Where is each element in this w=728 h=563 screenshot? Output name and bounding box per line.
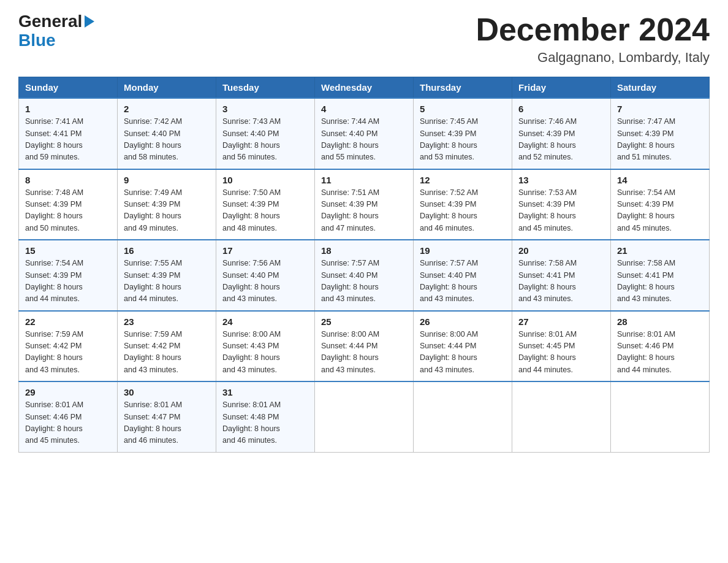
day-number: 27 (518, 316, 604, 327)
day-number: 12 (420, 175, 506, 185)
day-info: Sunrise: 7:57 AMSunset: 4:40 PMDaylight:… (420, 259, 478, 303)
day-info: Sunrise: 7:53 AMSunset: 4:39 PMDaylight:… (518, 188, 577, 232)
calendar-cell: 12 Sunrise: 7:52 AMSunset: 4:39 PMDaylig… (414, 169, 512, 240)
calendar-cell: 3 Sunrise: 7:43 AMSunset: 4:40 PMDayligh… (216, 98, 315, 169)
calendar-cell: 18 Sunrise: 7:57 AMSunset: 4:40 PMDaylig… (315, 240, 414, 311)
calendar-cell: 20 Sunrise: 7:58 AMSunset: 4:41 PMDaylig… (512, 240, 611, 311)
column-header-friday: Friday (512, 77, 611, 99)
day-number: 16 (124, 245, 210, 256)
day-info: Sunrise: 8:01 AMSunset: 4:46 PMDaylight:… (25, 400, 83, 445)
day-number: 17 (222, 245, 308, 256)
column-header-saturday: Saturday (611, 77, 710, 99)
day-number: 2 (124, 104, 210, 114)
logo: General Blue (18, 12, 94, 50)
calendar-week-2: 8 Sunrise: 7:48 AMSunset: 4:39 PMDayligh… (19, 169, 710, 240)
calendar-cell (315, 381, 414, 452)
calendar-cell: 27 Sunrise: 8:01 AMSunset: 4:45 PMDaylig… (512, 311, 611, 382)
day-number: 14 (617, 175, 703, 185)
day-info: Sunrise: 7:58 AMSunset: 4:41 PMDaylight:… (518, 259, 577, 303)
calendar-cell: 16 Sunrise: 7:55 AMSunset: 4:39 PMDaylig… (118, 240, 216, 311)
calendar-cell: 11 Sunrise: 7:51 AMSunset: 4:39 PMDaylig… (315, 169, 414, 240)
calendar-body: 1 Sunrise: 7:41 AMSunset: 4:41 PMDayligh… (19, 98, 710, 452)
calendar-week-3: 15 Sunrise: 7:54 AMSunset: 4:39 PMDaylig… (19, 240, 710, 311)
calendar-header-row: SundayMondayTuesdayWednesdayThursdayFrid… (19, 77, 710, 99)
day-info: Sunrise: 7:42 AMSunset: 4:40 PMDaylight:… (124, 117, 182, 161)
calendar-cell: 23 Sunrise: 7:59 AMSunset: 4:42 PMDaylig… (118, 311, 216, 382)
day-info: Sunrise: 8:00 AMSunset: 4:44 PMDaylight:… (321, 330, 379, 374)
column-header-tuesday: Tuesday (216, 77, 315, 99)
calendar-cell: 21 Sunrise: 7:58 AMSunset: 4:41 PMDaylig… (611, 240, 710, 311)
day-info: Sunrise: 8:01 AMSunset: 4:47 PMDaylight:… (124, 400, 182, 445)
day-info: Sunrise: 7:49 AMSunset: 4:39 PMDaylight:… (124, 188, 182, 232)
calendar-cell: 29 Sunrise: 8:01 AMSunset: 4:46 PMDaylig… (19, 381, 118, 452)
logo-arrow-icon (85, 15, 94, 28)
day-info: Sunrise: 7:58 AMSunset: 4:41 PMDaylight:… (617, 259, 675, 303)
calendar-cell: 2 Sunrise: 7:42 AMSunset: 4:40 PMDayligh… (118, 98, 216, 169)
day-info: Sunrise: 7:57 AMSunset: 4:40 PMDaylight:… (321, 259, 379, 303)
calendar-cell: 9 Sunrise: 7:49 AMSunset: 4:39 PMDayligh… (118, 169, 216, 240)
column-header-wednesday: Wednesday (315, 77, 414, 99)
day-number: 21 (617, 245, 703, 256)
day-info: Sunrise: 8:01 AMSunset: 4:45 PMDaylight:… (518, 330, 577, 374)
day-number: 26 (420, 316, 506, 327)
day-info: Sunrise: 7:47 AMSunset: 4:39 PMDaylight:… (617, 117, 675, 161)
day-number: 22 (25, 316, 111, 327)
calendar-cell: 6 Sunrise: 7:46 AMSunset: 4:39 PMDayligh… (512, 98, 611, 169)
day-number: 15 (25, 245, 111, 256)
day-number: 13 (518, 175, 604, 185)
calendar-cell: 10 Sunrise: 7:50 AMSunset: 4:39 PMDaylig… (216, 169, 315, 240)
column-header-thursday: Thursday (414, 77, 512, 99)
day-info: Sunrise: 7:56 AMSunset: 4:40 PMDaylight:… (222, 259, 281, 303)
day-info: Sunrise: 7:43 AMSunset: 4:40 PMDaylight:… (222, 117, 281, 161)
column-header-monday: Monday (118, 77, 216, 99)
day-number: 19 (420, 245, 506, 256)
day-info: Sunrise: 7:59 AMSunset: 4:42 PMDaylight:… (25, 330, 83, 374)
day-number: 7 (617, 104, 703, 114)
day-info: Sunrise: 7:46 AMSunset: 4:39 PMDaylight:… (518, 117, 577, 161)
calendar-cell: 15 Sunrise: 7:54 AMSunset: 4:39 PMDaylig… (19, 240, 118, 311)
calendar-cell: 5 Sunrise: 7:45 AMSunset: 4:39 PMDayligh… (414, 98, 512, 169)
calendar-week-4: 22 Sunrise: 7:59 AMSunset: 4:42 PMDaylig… (19, 311, 710, 382)
day-number: 29 (25, 387, 111, 397)
day-info: Sunrise: 8:01 AMSunset: 4:48 PMDaylight:… (222, 400, 281, 445)
day-info: Sunrise: 7:52 AMSunset: 4:39 PMDaylight:… (420, 188, 478, 232)
day-number: 24 (222, 316, 308, 327)
title-block: December 2024 Galgagnano, Lombardy, Ital… (476, 12, 710, 66)
calendar-week-1: 1 Sunrise: 7:41 AMSunset: 4:41 PMDayligh… (19, 98, 710, 169)
day-number: 30 (124, 387, 210, 397)
day-info: Sunrise: 7:59 AMSunset: 4:42 PMDaylight:… (124, 330, 182, 374)
day-number: 1 (25, 104, 111, 114)
calendar-cell: 19 Sunrise: 7:57 AMSunset: 4:40 PMDaylig… (414, 240, 512, 311)
calendar-cell: 30 Sunrise: 8:01 AMSunset: 4:47 PMDaylig… (118, 381, 216, 452)
day-number: 3 (222, 104, 308, 114)
logo-blue: Blue (18, 31, 56, 50)
day-info: Sunrise: 8:01 AMSunset: 4:46 PMDaylight:… (617, 330, 675, 374)
calendar-cell: 8 Sunrise: 7:48 AMSunset: 4:39 PMDayligh… (19, 169, 118, 240)
day-number: 5 (420, 104, 506, 114)
calendar-cell: 22 Sunrise: 7:59 AMSunset: 4:42 PMDaylig… (19, 311, 118, 382)
calendar-cell: 26 Sunrise: 8:00 AMSunset: 4:44 PMDaylig… (414, 311, 512, 382)
calendar-cell (512, 381, 611, 452)
calendar-cell: 7 Sunrise: 7:47 AMSunset: 4:39 PMDayligh… (611, 98, 710, 169)
day-info: Sunrise: 7:54 AMSunset: 4:39 PMDaylight:… (25, 259, 83, 303)
day-info: Sunrise: 7:54 AMSunset: 4:39 PMDaylight:… (617, 188, 675, 232)
day-number: 6 (518, 104, 604, 114)
day-info: Sunrise: 7:48 AMSunset: 4:39 PMDaylight:… (25, 188, 83, 232)
day-info: Sunrise: 8:00 AMSunset: 4:43 PMDaylight:… (222, 330, 281, 374)
day-number: 8 (25, 175, 111, 185)
calendar-cell: 1 Sunrise: 7:41 AMSunset: 4:41 PMDayligh… (19, 98, 118, 169)
page-title: December 2024 (476, 12, 710, 47)
calendar-cell: 25 Sunrise: 8:00 AMSunset: 4:44 PMDaylig… (315, 311, 414, 382)
day-number: 31 (222, 387, 308, 397)
calendar-cell: 17 Sunrise: 7:56 AMSunset: 4:40 PMDaylig… (216, 240, 315, 311)
day-number: 23 (124, 316, 210, 327)
day-number: 11 (321, 175, 407, 185)
calendar-cell: 13 Sunrise: 7:53 AMSunset: 4:39 PMDaylig… (512, 169, 611, 240)
calendar-cell: 28 Sunrise: 8:01 AMSunset: 4:46 PMDaylig… (611, 311, 710, 382)
calendar-cell: 24 Sunrise: 8:00 AMSunset: 4:43 PMDaylig… (216, 311, 315, 382)
calendar-week-5: 29 Sunrise: 8:01 AMSunset: 4:46 PMDaylig… (19, 381, 710, 452)
day-info: Sunrise: 7:41 AMSunset: 4:41 PMDaylight:… (25, 117, 83, 161)
calendar-cell: 4 Sunrise: 7:44 AMSunset: 4:40 PMDayligh… (315, 98, 414, 169)
day-info: Sunrise: 7:55 AMSunset: 4:39 PMDaylight:… (124, 259, 182, 303)
day-info: Sunrise: 8:00 AMSunset: 4:44 PMDaylight:… (420, 330, 478, 374)
